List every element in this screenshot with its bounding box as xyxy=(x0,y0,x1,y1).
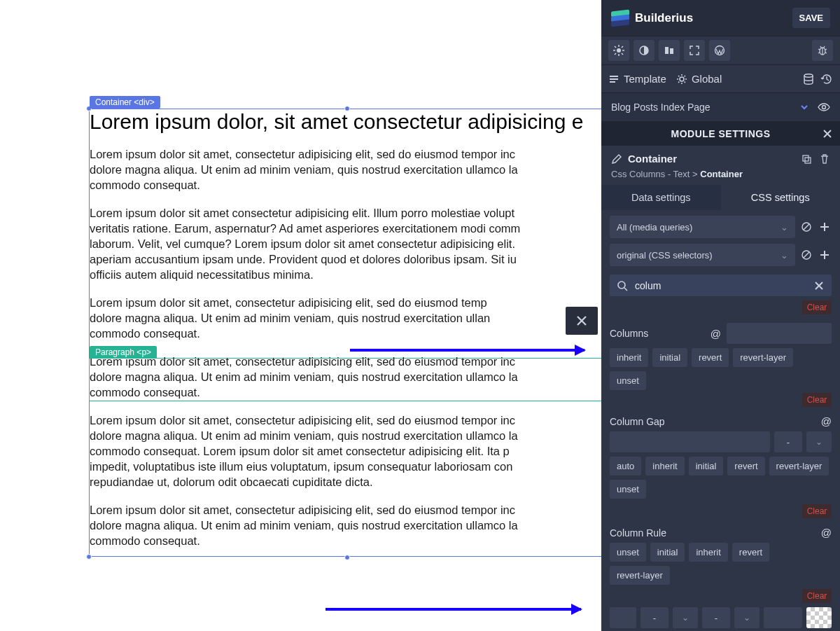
column-rule-width-input[interactable] xyxy=(610,607,636,628)
column-gap-unit-select[interactable]: ⌄ xyxy=(806,431,832,452)
media-query-select[interactable]: All (media queries) ⌄ xyxy=(610,216,795,238)
contrast-icon xyxy=(638,45,650,56)
svg-rect-16 xyxy=(610,78,618,80)
css-selector-select[interactable]: original (CSS selectors) ⌄ xyxy=(610,244,795,266)
property-search-input[interactable] xyxy=(635,280,806,291)
column-rule-style[interactable]: - xyxy=(702,607,730,628)
value-pill-initial[interactable]: initial xyxy=(652,348,687,367)
reset-media-button[interactable] xyxy=(801,221,813,233)
annotation-arrow-1 xyxy=(350,349,584,352)
null-icon xyxy=(801,221,812,233)
plus-icon xyxy=(819,249,830,261)
fullscreen-button[interactable] xyxy=(684,40,705,61)
value-pill-revert[interactable]: revert xyxy=(727,457,764,476)
column-gap-input[interactable] xyxy=(610,431,770,452)
align-button[interactable] xyxy=(659,40,680,61)
module-settings-title: MODULE SETTINGS xyxy=(671,128,770,139)
value-pill-inherit[interactable]: inherit xyxy=(689,543,727,562)
value-pill-inherit[interactable]: inherit xyxy=(610,348,648,367)
paragraph-6[interactable]: Lorem ipsum dolor sit amet, consectetur … xyxy=(90,502,601,548)
pencil-icon xyxy=(611,153,622,165)
clear-columns-button[interactable]: Clear xyxy=(802,300,832,314)
value-pill-revert-layer[interactable]: revert-layer xyxy=(610,566,670,585)
save-button[interactable]: SAVE xyxy=(792,8,830,28)
settings-tabs: Data settings CSS settings xyxy=(601,185,840,210)
at-icon[interactable]: @ xyxy=(710,328,721,340)
value-pill-revert-layer[interactable]: revert-layer xyxy=(769,457,830,476)
history-button[interactable] xyxy=(820,73,833,85)
value-pill-unset[interactable]: unset xyxy=(610,371,646,390)
duplicate-button[interactable] xyxy=(801,153,812,165)
column-rule-width-unit[interactable]: - xyxy=(640,607,668,628)
column-rule-pills: unsetinitialinheritrevertrevert-layer xyxy=(610,543,832,585)
global-tab[interactable]: Global xyxy=(676,73,722,85)
canvas[interactable]: Container <div> Lorem ipsum dolor, sit a… xyxy=(0,0,601,631)
top-toolbar xyxy=(601,36,840,65)
gear-icon xyxy=(676,74,687,85)
column-rule-width-unit-select[interactable]: ⌄ xyxy=(673,607,698,628)
svg-rect-11 xyxy=(670,48,673,54)
paragraph-5[interactable]: Lorem ipsum dolor sit amet, consectetur … xyxy=(90,412,601,490)
debug-button[interactable] xyxy=(812,40,833,61)
wordpress-button[interactable] xyxy=(709,40,730,61)
paragraph-tag-label[interactable]: Paragraph <p> xyxy=(90,346,157,359)
template-name: Blog Posts Index Page xyxy=(611,102,710,113)
delete-button[interactable] xyxy=(819,153,830,165)
columns-label: Columns xyxy=(610,328,648,339)
at-icon[interactable]: @ xyxy=(821,415,832,427)
value-pill-inherit[interactable]: inherit xyxy=(645,457,684,476)
template-tab[interactable]: Template xyxy=(608,73,666,85)
add-selector-button[interactable] xyxy=(819,249,832,261)
container-tag-label[interactable]: Container <div> xyxy=(90,96,160,109)
value-pill-revert[interactable]: revert xyxy=(692,348,729,367)
reset-selector-button[interactable] xyxy=(801,249,813,261)
clear-column-gap-button[interactable]: Clear xyxy=(802,393,832,407)
plus-icon xyxy=(819,221,830,233)
chevron-down-icon: ⌄ xyxy=(780,250,788,261)
value-pill-revert[interactable]: revert xyxy=(732,543,769,562)
close-icon xyxy=(813,280,825,291)
clear-search-button[interactable] xyxy=(813,280,825,291)
paragraph-1[interactable]: Lorem ipsum dolor sit amet, consectetur … xyxy=(90,146,601,193)
clear-column-rule-button[interactable]: Clear xyxy=(802,589,832,603)
preview-button[interactable] xyxy=(818,101,830,113)
add-media-button[interactable] xyxy=(819,221,832,233)
css-settings-tab[interactable]: CSS settings xyxy=(721,185,841,210)
column-rule-color-swatch[interactable] xyxy=(806,607,832,628)
value-pill-unset[interactable]: unset xyxy=(610,480,646,499)
close-floating-button[interactable] xyxy=(566,307,598,335)
column-gap-unit[interactable]: - xyxy=(774,431,802,452)
column-rule-style-select[interactable]: ⌄ xyxy=(734,607,760,628)
column-rule-style-input[interactable] xyxy=(764,607,802,628)
module-title-row: Container xyxy=(601,146,840,167)
value-pill-initial[interactable]: initial xyxy=(650,543,685,562)
paragraph-4[interactable]: Lorem ipsum dolor sit amet, consectetur … xyxy=(90,354,601,400)
brightness-button[interactable] xyxy=(608,40,629,61)
close-icon xyxy=(822,128,833,139)
paragraph-3[interactable]: Lorem ipsum dolor sit amet, consectetur … xyxy=(90,295,601,341)
value-pill-unset[interactable]: unset xyxy=(610,543,646,562)
value-pill-initial[interactable]: initial xyxy=(689,457,724,476)
breadcrumb: Css Columns - Text > Container xyxy=(601,167,840,185)
template-dropdown-icon[interactable] xyxy=(799,102,809,112)
css-selector-row: original (CSS selectors) ⌄ xyxy=(601,244,840,272)
data-stack-button[interactable] xyxy=(802,73,815,85)
at-icon[interactable]: @ xyxy=(821,527,832,539)
clear-column-gap-button-2[interactable]: Clear xyxy=(802,504,832,518)
breadcrumb-current: Container xyxy=(700,169,743,179)
bug-icon xyxy=(817,45,828,56)
column-gap-label: Column Gap xyxy=(610,416,665,427)
value-pill-auto[interactable]: auto xyxy=(610,457,641,476)
heading[interactable]: Lorem ipsum dolor, sit amet consectetur … xyxy=(90,110,601,134)
value-pill-revert-layer[interactable]: revert-layer xyxy=(733,348,793,367)
settings-panel: Builderius SAVE Template Global xyxy=(601,0,840,631)
trash-icon xyxy=(819,153,830,165)
data-settings-tab[interactable]: Data settings xyxy=(601,185,721,210)
close-panel-button[interactable] xyxy=(822,128,833,139)
media-query-row: All (media queries) ⌄ xyxy=(601,210,840,244)
null-icon xyxy=(801,249,812,261)
columns-input[interactable] xyxy=(727,323,832,344)
global-tab-label: Global xyxy=(692,73,722,85)
paragraph-2[interactable]: Lorem ipsum dolor sit amet consectetur a… xyxy=(90,205,601,282)
contrast-button[interactable] xyxy=(634,40,654,61)
